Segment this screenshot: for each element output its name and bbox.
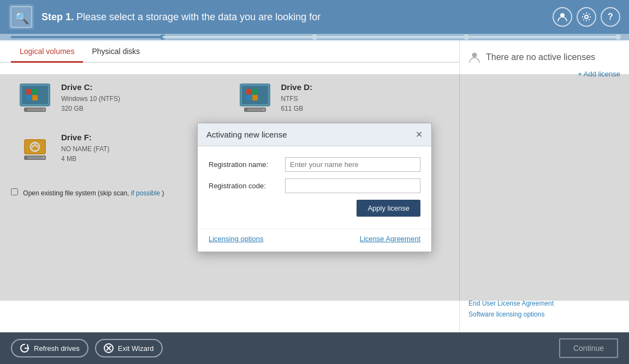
user-icon-button[interactable] xyxy=(553,7,572,27)
svg-point-45 xyxy=(472,53,477,58)
svg-text:🔍: 🔍 xyxy=(14,10,29,25)
registration-name-input[interactable] xyxy=(285,157,420,172)
registration-code-input[interactable] xyxy=(285,178,420,193)
registration-name-label: Registration name: xyxy=(209,160,285,169)
modal-title: Activating new license xyxy=(206,130,287,139)
no-license-text: There are no active licenses xyxy=(486,52,595,62)
footer: Refresh drives Exit Wizard Continue xyxy=(0,332,629,364)
registration-code-label: Registration code: xyxy=(209,182,285,190)
exit-wizard-button[interactable]: Exit Wizard xyxy=(95,339,163,357)
activate-license-modal: Activating new license ✕ Registration na… xyxy=(197,123,432,252)
continue-button[interactable]: Continue xyxy=(559,338,618,358)
progress-step-1 xyxy=(11,36,163,38)
modal-header: Activating new license ✕ xyxy=(198,123,431,146)
refresh-drives-button[interactable]: Refresh drives xyxy=(11,339,88,357)
exit-wizard-label: Exit Wizard xyxy=(118,344,154,353)
tab-bar: Logical volumes Physical disks xyxy=(0,40,459,63)
registration-name-row: Registration name: xyxy=(209,157,420,172)
progress-bar xyxy=(0,34,629,40)
software-licensing-link[interactable]: Software licensing options xyxy=(468,311,620,318)
tab-logical-volumes[interactable]: Logical volumes xyxy=(11,40,83,63)
license-agreement-link[interactable]: License Agreement xyxy=(360,235,420,243)
app-logo: 🔍 xyxy=(9,4,34,29)
header-icons: ? xyxy=(553,7,620,27)
modal-footer: Licensing options License Agreement xyxy=(198,229,431,252)
settings-icon-button[interactable] xyxy=(577,7,596,27)
user-icon xyxy=(557,12,567,22)
end-user-agreement-link[interactable]: End User License Agreement xyxy=(468,300,620,307)
tab-physical-disks[interactable]: Physical disks xyxy=(83,40,149,63)
refresh-icon xyxy=(20,343,29,353)
license-header: There are no active licenses xyxy=(468,51,620,63)
svg-point-4 xyxy=(585,15,588,19)
apply-license-button[interactable]: Apply license xyxy=(357,200,420,217)
gear-icon xyxy=(581,12,591,22)
licensing-options-link[interactable]: Licensing options xyxy=(209,235,263,243)
progress-step-3 xyxy=(314,36,466,38)
help-icon-button[interactable]: ? xyxy=(601,7,620,27)
exit-icon xyxy=(104,343,114,353)
modal-close-button[interactable]: ✕ xyxy=(416,130,423,139)
progress-step-2 xyxy=(163,36,314,38)
modal-body: Registration name: Registration code: Ap… xyxy=(198,146,431,224)
refresh-drives-label: Refresh drives xyxy=(34,344,80,353)
progress-step-4 xyxy=(466,36,618,38)
header-title: Step 1. Please select a storage with the… xyxy=(41,11,553,23)
right-panel-bottom-links: End User License Agreement Software lice… xyxy=(468,300,620,321)
question-mark-icon: ? xyxy=(608,12,613,22)
registration-code-row: Registration code: xyxy=(209,178,420,193)
apply-btn-row: Apply license xyxy=(209,200,420,217)
modal-overlay: Activating new license ✕ Registration na… xyxy=(0,74,629,301)
header: 🔍 Step 1. Please select a storage with t… xyxy=(0,0,629,34)
main-content: Logical volumes Physical disks xyxy=(0,40,629,332)
person-icon xyxy=(468,51,480,63)
